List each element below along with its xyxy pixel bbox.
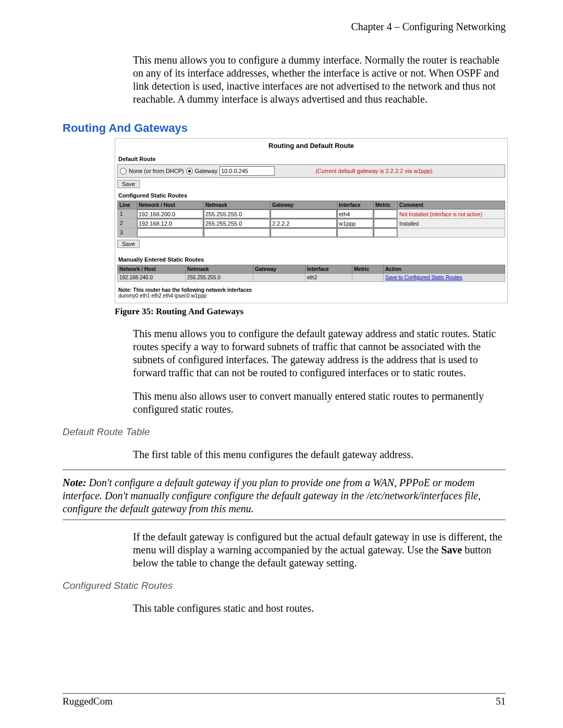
radio-gateway-label: Gateway [195, 168, 217, 174]
panel-title: Routing and Default Route [115, 139, 507, 154]
row-comment [398, 230, 399, 236]
row-metric-input[interactable] [374, 209, 397, 218]
note-lead: Note: [63, 477, 87, 488]
configured-routes-table: Line Network / Host Netmask Gateway Inte… [117, 201, 505, 238]
col-metric: Metric [374, 201, 398, 209]
intro-paragraph: This menu allows you to configure a dumm… [133, 54, 506, 106]
row-interface-input[interactable] [337, 209, 373, 218]
table-header-row: Network / Host Netmask Gateway Interface… [118, 265, 505, 274]
mrow-metric [352, 274, 384, 282]
col-gateway: Gateway [271, 201, 337, 209]
mcol-netmask: Netmask [186, 265, 253, 274]
mcol-network: Network / Host [118, 265, 186, 274]
row-interface-input[interactable] [337, 228, 373, 237]
panel-iface-list: dummy0 eth1 eth2 eth4 ipsec0 w1ppp [115, 293, 507, 303]
divider [63, 520, 506, 520]
table-row: 2 Installed [118, 219, 505, 228]
panel-note: Note: This router has the following netw… [115, 282, 507, 293]
after-para-2: This menu also allows user to convert ma… [133, 390, 506, 416]
mcol-gateway: Gateway [253, 265, 305, 274]
col-line: Line [118, 201, 137, 209]
radio-none[interactable] [120, 168, 127, 175]
table-row: 3 [118, 228, 505, 238]
configured-routes-label: Configured Static Routes [115, 190, 507, 201]
row-gateway-input[interactable] [271, 228, 337, 237]
row-network-input[interactable] [137, 219, 203, 228]
row-network-input[interactable] [137, 209, 203, 218]
row-gateway-input[interactable] [271, 219, 337, 228]
subsection-configured-static-routes: Configured Static Routes [63, 580, 506, 591]
radio-none-label: None (or from DHCP) [129, 168, 184, 174]
default-route-bar: None (or from DHCP) Gateway (Current def… [117, 164, 505, 178]
mrow-netmask: 255.255.255.0 [186, 274, 253, 282]
sub1-text: The first table of this menu configures … [133, 448, 506, 461]
manual-routes-label: Manually Entered Static Routes [115, 254, 507, 265]
row-network-input[interactable] [137, 228, 203, 237]
sub1-after: If the default gateway is configured but… [133, 530, 506, 570]
col-interface: Interface [337, 201, 374, 209]
row-netmask-input[interactable] [204, 209, 270, 218]
row-line: 2 [118, 219, 137, 228]
mrow-interface: eth2 [305, 274, 352, 282]
page-footer: RuggedCom 51 [63, 693, 506, 707]
current-default-warning: (Current default gateway is 2.2.2.2 via … [315, 168, 432, 174]
row-comment: Not Installed (interface is not active) [398, 212, 482, 217]
row-netmask-input[interactable] [204, 228, 270, 237]
mcol-metric: Metric [352, 265, 384, 274]
table-header-row: Line Network / Host Netmask Gateway Inte… [118, 201, 505, 209]
manual-routes-table: Network / Host Netmask Gateway Interface… [117, 265, 505, 282]
section-title-routing: Routing And Gateways [63, 121, 506, 135]
footer-left: RuggedCom [63, 696, 113, 707]
sub1-after-bold: Save [441, 544, 462, 556]
row-metric-input[interactable] [374, 219, 397, 228]
routing-panel: Routing and Default Route Default Route … [115, 138, 508, 303]
col-netmask: Netmask [204, 201, 271, 209]
radio-gateway[interactable] [186, 168, 193, 175]
row-netmask-input[interactable] [204, 219, 270, 228]
row-line: 3 [118, 228, 137, 238]
divider [63, 470, 506, 470]
mcol-action: Action [384, 265, 505, 274]
row-line: 1 [118, 209, 137, 219]
row-comment: Installed [398, 221, 419, 227]
table-row: 192.168.240.0 255.255.255.0 eth2 Save to… [118, 274, 505, 282]
mcol-interface: Interface [305, 265, 352, 274]
save-button-2[interactable]: Save [117, 240, 140, 248]
row-metric-input[interactable] [374, 228, 397, 237]
figure-caption: Figure 35: Routing And Gateways [115, 306, 506, 317]
chapter-header: Chapter 4 – Configuring Networking [63, 21, 506, 33]
note-block: Note: Don't configure a default gateway … [63, 476, 506, 515]
col-comment: Comment [398, 201, 505, 209]
default-route-label: Default Route [115, 154, 507, 164]
after-para-1: This menu allows you to configure the de… [133, 327, 506, 379]
row-gateway-input[interactable] [271, 209, 337, 218]
footer-right: 51 [496, 696, 506, 707]
save-button-1[interactable]: Save [117, 180, 140, 188]
col-network: Network / Host [137, 201, 204, 209]
sub2-text: This table configures static and host ro… [133, 602, 506, 615]
gateway-input[interactable] [219, 166, 275, 176]
table-row: 1 Not Installed (interface is not active… [118, 209, 505, 219]
row-interface-input[interactable] [337, 219, 373, 228]
subsection-default-route-table: Default Route Table [63, 426, 506, 438]
save-to-configured-link[interactable]: Save to Configured Static Routes [385, 275, 462, 280]
mrow-gateway [253, 274, 305, 282]
note-body: Don't configure a default gateway if you… [63, 477, 481, 514]
mrow-network: 192.168.240.0 [118, 274, 186, 282]
